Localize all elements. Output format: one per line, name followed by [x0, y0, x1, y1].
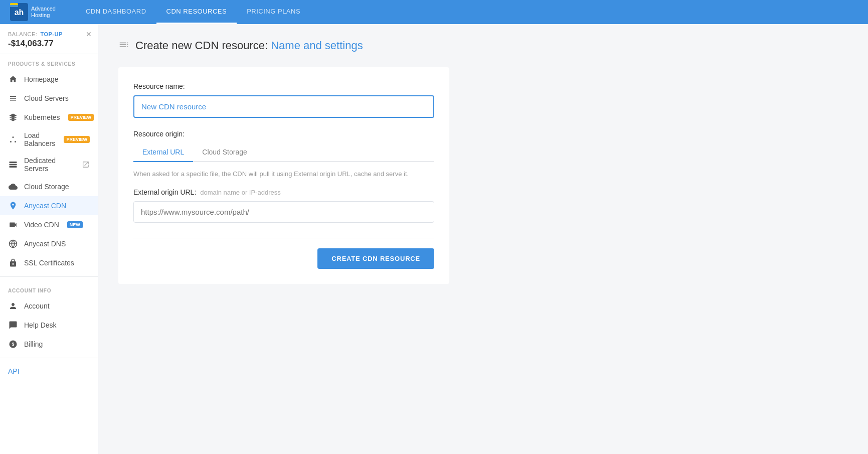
sidebar-item-help-desk[interactable]: Help Desk	[0, 316, 98, 335]
sidebar-label-billing: Billing	[24, 340, 43, 348]
video-cdn-icon	[8, 220, 18, 230]
help-desk-icon	[8, 320, 18, 330]
external-url-label-row: External origin URL: domain name or IP-a…	[133, 188, 434, 196]
svg-point-4	[13, 136, 14, 138]
api-link[interactable]: API	[0, 362, 98, 380]
external-url-input[interactable]	[133, 201, 434, 223]
tab-cdn-resources[interactable]: CDN RESOURCES	[156, 0, 237, 24]
sidebar-item-cloud-storage[interactable]: Cloud Storage	[0, 177, 98, 196]
external-link-icon	[82, 160, 90, 169]
svg-point-6	[15, 141, 16, 142]
resource-origin-label: Resource origin:	[133, 130, 434, 138]
sidebar-label-cloud-servers: Cloud Servers	[24, 94, 69, 102]
page-title-static: Create new CDN resource:	[135, 39, 268, 52]
sidebar-item-video-cdn[interactable]: Video CDN New	[0, 215, 98, 234]
video-cdn-new-badge: New	[67, 221, 83, 228]
svg-rect-3	[10, 5, 18, 7]
sidebar-label-cloud-storage: Cloud Storage	[24, 183, 69, 191]
account-icon	[8, 301, 18, 311]
svg-rect-7	[10, 162, 17, 163]
billing-icon: $	[8, 339, 18, 349]
kubernetes-preview-badge: Preview	[68, 114, 94, 121]
create-cdn-form: Resource name: Resource origin: External…	[118, 67, 449, 284]
nav-tabs: CDN DASHBOARD CDN RESOURCES PRICING PLAN…	[76, 0, 310, 24]
sidebar-divider-2	[0, 358, 98, 358]
origin-description: When asked for a specific file, the CDN …	[133, 169, 434, 179]
sidebar-item-kubernetes[interactable]: Kubernetes Preview	[0, 108, 98, 127]
resource-name-label: Resource name:	[133, 82, 434, 90]
resource-name-group: Resource name:	[133, 82, 434, 118]
tab-cloud-storage[interactable]: Cloud Storage	[193, 143, 256, 162]
page-header: Create new CDN resource: Name and settin…	[118, 39, 848, 52]
sidebar-label-account: Account	[24, 302, 50, 310]
page-title-highlight: Name and settings	[271, 39, 363, 52]
sidebar-item-load-balancers[interactable]: Load Balancers Preview	[0, 127, 98, 152]
ssl-icon	[8, 258, 18, 268]
svg-rect-8	[10, 164, 17, 166]
external-url-sublabel: domain name or IP-address	[200, 189, 280, 196]
sidebar-item-homepage[interactable]: Homepage	[0, 70, 98, 89]
sidebar-item-dedicated-servers[interactable]: Dedicated Servers	[0, 152, 98, 177]
sidebar-label-homepage: Homepage	[24, 75, 59, 83]
resource-origin-group: Resource origin: External URL Cloud Stor…	[133, 130, 434, 223]
main-content: Create new CDN resource: Name and settin…	[98, 24, 868, 454]
svg-text:$: $	[12, 342, 14, 347]
sidebar-label-help-desk: Help Desk	[24, 321, 57, 329]
external-url-label: External origin URL:	[133, 188, 196, 196]
tab-external-url[interactable]: External URL	[133, 143, 193, 162]
balance-section: BALANCE: TOP-UP -$14,063.77 ✕	[0, 24, 98, 54]
sidebar-item-anycast-cdn[interactable]: Anycast CDN	[0, 196, 98, 215]
sidebar-item-billing[interactable]: $ Billing	[0, 335, 98, 354]
sidebar-label-dedicated-servers: Dedicated Servers	[24, 157, 75, 173]
account-section-label: ACCOUNT INFO	[0, 281, 98, 296]
cloud-storage-icon	[8, 182, 18, 192]
resource-name-input[interactable]	[133, 95, 434, 118]
topup-link[interactable]: TOP-UP	[40, 31, 62, 37]
svg-text:ah: ah	[15, 8, 24, 17]
sidebar-label-anycast-cdn: Anycast CDN	[24, 202, 66, 210]
top-navigation: ah Advanced Hosting CDN DASHBOARD CDN RE…	[0, 0, 868, 24]
sidebar-label-ssl-certificates: SSL Certificates	[24, 259, 74, 267]
logo[interactable]: ah Advanced Hosting	[10, 3, 56, 21]
cloud-servers-icon	[8, 93, 18, 103]
sidebar-item-ssl-certificates[interactable]: SSL Certificates	[0, 253, 98, 272]
sidebar: BALANCE: TOP-UP -$14,063.77 ✕ PRODUCTS &…	[0, 24, 98, 454]
anycast-cdn-icon	[8, 201, 18, 211]
products-section-label: PRODUCTS & SERVICES	[0, 54, 98, 70]
logo-text: Advanced Hosting	[31, 6, 56, 19]
load-balancers-preview-badge: Preview	[64, 136, 90, 143]
sidebar-close-button[interactable]: ✕	[86, 30, 92, 38]
tab-cdn-dashboard[interactable]: CDN DASHBOARD	[76, 0, 156, 24]
sidebar-item-anycast-dns[interactable]: Anycast DNS	[0, 234, 98, 253]
svg-point-5	[10, 141, 12, 142]
sidebar-label-kubernetes: Kubernetes	[24, 113, 60, 121]
sidebar-item-account[interactable]: Account	[0, 296, 98, 316]
kubernetes-icon	[8, 112, 18, 122]
anycast-dns-icon	[8, 239, 18, 249]
sidebar-item-cloud-servers[interactable]: Cloud Servers	[0, 89, 98, 108]
tab-pricing-plans[interactable]: PRICING PLANS	[237, 0, 310, 24]
home-icon	[8, 74, 18, 84]
balance-amount: -$14,063.77	[8, 39, 90, 49]
load-balancers-icon	[8, 134, 18, 144]
submit-row: CREATE CDN RESOURCE	[133, 238, 434, 269]
dedicated-servers-icon	[8, 160, 18, 170]
page-title: Create new CDN resource: Name and settin…	[135, 39, 363, 52]
balance-label: BALANCE:	[8, 31, 37, 37]
sidebar-label-load-balancers: Load Balancers	[24, 131, 56, 147]
sidebar-divider	[0, 276, 98, 277]
sidebar-label-anycast-dns: Anycast DNS	[24, 240, 66, 248]
breadcrumb-icon	[118, 39, 129, 52]
svg-rect-9	[10, 166, 17, 168]
create-cdn-resource-button[interactable]: CREATE CDN RESOURCE	[317, 248, 434, 269]
sidebar-label-video-cdn: Video CDN	[24, 221, 59, 229]
origin-tabs: External URL Cloud Storage	[133, 143, 434, 162]
